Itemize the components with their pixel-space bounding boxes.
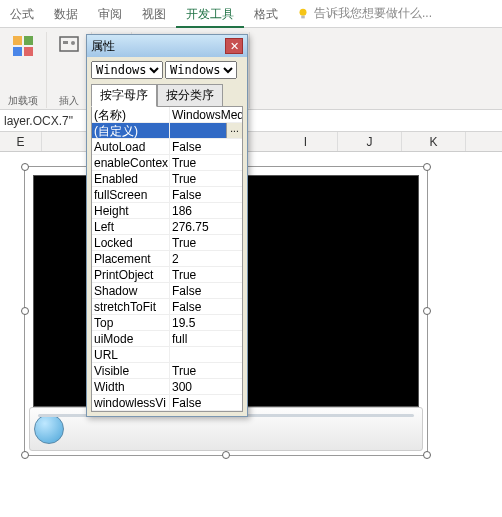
tab-format[interactable]: 格式: [244, 0, 288, 28]
addins-button[interactable]: [9, 32, 37, 60]
svg-rect-7: [63, 41, 68, 44]
prop-row: Left276.75: [92, 219, 242, 235]
prop-row: uiModefull: [92, 331, 242, 347]
properties-titlebar[interactable]: 属性 ✕: [87, 35, 247, 57]
object-name-select[interactable]: WindowsMed: [91, 61, 163, 79]
handle-top-left[interactable]: [21, 163, 29, 171]
formula-bar[interactable]: layer.OCX.7": [0, 110, 502, 132]
prop-row: (名称)WindowsMedi: [92, 107, 242, 123]
tab-review[interactable]: 审阅: [88, 0, 132, 28]
svg-point-8: [71, 41, 75, 45]
column-headers: E I J K: [0, 132, 502, 152]
handle-mid-right[interactable]: [423, 307, 431, 315]
svg-rect-5: [24, 47, 33, 56]
svg-rect-2: [13, 36, 22, 45]
insert-icon: [57, 34, 81, 58]
prop-row: AutoLoadFalse: [92, 139, 242, 155]
properties-tabs: 按字母序 按分类序: [91, 83, 243, 106]
prop-row: Placement2: [92, 251, 242, 267]
prop-row: fullScreenFalse: [92, 187, 242, 203]
col-header-k[interactable]: K: [402, 132, 466, 151]
prop-row-selected: (自定义)...: [92, 123, 242, 139]
prop-row: URL: [92, 347, 242, 363]
properties-window: 属性 ✕ WindowsMed WindowsMed. 按字母序 按分类序 (名…: [86, 34, 248, 417]
properties-grid: (名称)WindowsMedi (自定义)... AutoLoadFalse e…: [91, 106, 243, 412]
handle-bot-left[interactable]: [21, 451, 29, 459]
ellipsis-button[interactable]: ...: [226, 123, 242, 138]
prop-row: windowlessViFalse: [92, 395, 242, 411]
svg-rect-3: [24, 36, 33, 45]
handle-mid-left[interactable]: [21, 307, 29, 315]
handle-bot-right[interactable]: [423, 451, 431, 459]
tab-alphabetic[interactable]: 按字母序: [91, 84, 157, 107]
prop-row: enableContexTrue: [92, 155, 242, 171]
close-button[interactable]: ✕: [225, 38, 243, 54]
svg-rect-1: [301, 15, 305, 18]
svg-rect-6: [60, 37, 78, 51]
addins-label: 加载项: [8, 94, 38, 108]
play-button[interactable]: [34, 414, 64, 444]
object-type-select[interactable]: WindowsMed.: [165, 61, 237, 79]
col-header-i[interactable]: I: [274, 132, 338, 151]
tab-data[interactable]: 数据: [44, 0, 88, 28]
tell-me-label: 告诉我您想要做什么...: [314, 5, 432, 22]
tab-view[interactable]: 视图: [132, 0, 176, 28]
prop-row: Top19.5: [92, 315, 242, 331]
addins-icon: [11, 34, 35, 58]
prop-row: Height186: [92, 203, 242, 219]
svg-point-0: [300, 8, 307, 15]
worksheet-grid[interactable]: [0, 152, 502, 497]
prop-row: stretchToFitFalse: [92, 299, 242, 315]
svg-rect-4: [13, 47, 22, 56]
object-selector: WindowsMed WindowsMed.: [91, 61, 243, 79]
prop-row: EnabledTrue: [92, 171, 242, 187]
prop-row: VisibleTrue: [92, 363, 242, 379]
tab-categorized[interactable]: 按分类序: [157, 84, 223, 107]
col-header-e[interactable]: E: [0, 132, 42, 151]
prop-row: PrintObjectTrue: [92, 267, 242, 283]
prop-row: Width300: [92, 379, 242, 395]
insert-button[interactable]: [55, 32, 83, 60]
ribbon-tabs: 公式 数据 审阅 视图 开发工具 格式 告诉我您想要做什么...: [0, 0, 502, 28]
handle-top-right[interactable]: [423, 163, 431, 171]
properties-title-label: 属性: [91, 38, 115, 55]
ribbon-body: 加载项 插入 源 映射属性 扩展包: [0, 28, 502, 110]
tab-developer[interactable]: 开发工具: [176, 0, 244, 28]
prop-row: LockedTrue: [92, 235, 242, 251]
insert-label: 插入: [59, 94, 79, 108]
bulb-icon: [296, 7, 310, 21]
col-header-j[interactable]: J: [338, 132, 402, 151]
handle-bot-mid[interactable]: [222, 451, 230, 459]
prop-row: ShadowFalse: [92, 283, 242, 299]
formula-text: layer.OCX.7": [4, 114, 73, 128]
tab-formulas[interactable]: 公式: [0, 0, 44, 28]
tell-me[interactable]: 告诉我您想要做什么...: [296, 5, 432, 22]
group-addins: 加载项: [0, 32, 47, 108]
